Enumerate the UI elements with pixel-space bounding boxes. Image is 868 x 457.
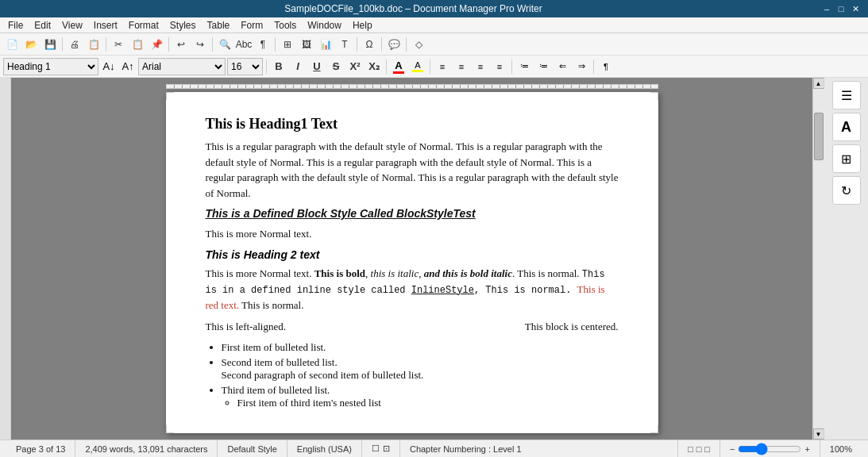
paste-btn[interactable]: 📌 xyxy=(148,36,165,53)
vertical-scrollbar[interactable]: ▲ ▼ xyxy=(812,78,824,440)
menu-file[interactable]: File xyxy=(3,18,28,33)
find-btn[interactable]: 🔍 xyxy=(216,36,233,53)
bold-button[interactable]: B xyxy=(270,58,287,75)
window-controls: – □ ✕ xyxy=(820,3,862,14)
pdf-btn[interactable]: 📋 xyxy=(85,36,102,53)
right-sidebar: ☰ A ⊞ ↻ xyxy=(824,78,868,440)
inline-style-name: InlineStyle xyxy=(411,285,474,296)
indent-increase-button[interactable]: ⇒ xyxy=(573,58,590,75)
undo-btn[interactable]: ↩ xyxy=(172,36,190,53)
pilcrow-btn[interactable]: ¶ xyxy=(254,36,272,53)
menu-edit[interactable]: Edit xyxy=(29,18,56,33)
close-button[interactable]: ✕ xyxy=(849,3,862,14)
menu-table[interactable]: Table xyxy=(203,18,235,33)
textbox-btn[interactable]: T xyxy=(336,36,353,53)
sep4 xyxy=(212,37,213,52)
menu-styles[interactable]: Styles xyxy=(165,18,201,33)
spellcheck-btn[interactable]: Abc xyxy=(235,36,253,53)
ruler xyxy=(166,84,658,89)
superscript-button[interactable]: X² xyxy=(346,58,364,75)
style-selector[interactable]: Heading 1 xyxy=(3,58,98,75)
view-btn-3[interactable]: □ xyxy=(704,444,710,454)
table-btn[interactable]: ⊞ xyxy=(279,36,296,53)
number-list-button[interactable]: ≔ xyxy=(534,58,552,75)
view-btn-2[interactable]: □ xyxy=(696,444,702,454)
status-zoom-slider[interactable]: − + xyxy=(720,440,820,457)
maximize-button[interactable]: □ xyxy=(835,3,847,14)
scroll-up-button[interactable]: ▲ xyxy=(813,78,824,89)
title-bar: SampleDOCFile_100kb.doc – Document Manag… xyxy=(0,0,868,17)
status-style: Default Style xyxy=(218,440,287,457)
sep5 xyxy=(275,37,276,52)
left-sidebar xyxy=(0,78,11,440)
scroll-thumb[interactable] xyxy=(814,113,824,160)
menu-help[interactable]: Help xyxy=(348,18,377,33)
sep-fmt3 xyxy=(430,60,430,74)
menu-tools[interactable]: Tools xyxy=(269,18,301,33)
document-page[interactable]: This is Heading1 Text This is a regular … xyxy=(166,92,658,433)
italic-button[interactable]: I xyxy=(289,58,307,75)
zoom-in-icon[interactable]: + xyxy=(804,444,809,454)
sidebar-icon-styles[interactable]: A xyxy=(832,113,861,141)
menu-insert[interactable]: Insert xyxy=(89,18,122,33)
strikethrough-button[interactable]: S xyxy=(327,58,345,75)
font-decrease-btn[interactable]: A↓ xyxy=(100,58,118,75)
copy-btn[interactable]: 📋 xyxy=(129,36,146,53)
menu-form[interactable]: Form xyxy=(236,18,268,33)
font-color-button[interactable]: A xyxy=(390,58,407,75)
scroll-down-button[interactable]: ▼ xyxy=(813,428,824,440)
align-justify-button[interactable]: ≡ xyxy=(491,58,508,75)
minimize-button[interactable]: – xyxy=(820,3,833,14)
document-area[interactable]: This is Heading1 Text This is a regular … xyxy=(11,78,812,440)
print-btn[interactable]: 🖨 xyxy=(66,36,83,53)
zoom-slider[interactable] xyxy=(738,443,801,455)
open-btn[interactable]: 📂 xyxy=(22,36,40,53)
subscript-button[interactable]: X₂ xyxy=(365,58,383,75)
sidebar-icon-refresh[interactable]: ↻ xyxy=(832,176,861,205)
font-increase-btn[interactable]: A↑ xyxy=(119,58,137,75)
view-btn-1[interactable]: □ xyxy=(688,444,693,454)
omega-btn[interactable]: Ω xyxy=(361,36,378,53)
status-word-count: 2,409 words, 13,091 characters xyxy=(75,440,218,457)
shape-btn[interactable]: ◇ xyxy=(410,36,427,53)
normal-suffix: This is normal. xyxy=(239,299,303,311)
redo-btn[interactable]: ↪ xyxy=(191,36,209,53)
save-btn[interactable]: 💾 xyxy=(41,36,59,53)
bullet-list-button[interactable]: ≔ xyxy=(515,58,533,75)
font-selector[interactable]: Arial xyxy=(138,58,226,75)
main-area: This is Heading1 Text This is a regular … xyxy=(0,78,868,440)
menu-bar: File Edit View Insert Format Styles Tabl… xyxy=(0,17,868,33)
menu-format[interactable]: Format xyxy=(124,18,164,33)
font-size-selector[interactable]: 16 xyxy=(227,58,263,75)
pilcrow-toggle-button[interactable]: ¶ xyxy=(597,58,615,75)
align-left-button[interactable]: ≡ xyxy=(434,58,451,75)
language-text: English (USA) xyxy=(297,444,352,454)
centered-text: This block is centered. xyxy=(525,319,619,335)
align-right-button[interactable]: ≡ xyxy=(472,58,489,75)
mixed-prefix: This is more Normal text. xyxy=(206,267,314,279)
new-btn[interactable]: 📄 xyxy=(3,36,21,53)
cut-btn[interactable]: ✂ xyxy=(110,36,127,53)
align-center-button[interactable]: ≡ xyxy=(453,58,470,75)
sidebar-icon-gallery[interactable]: ⊞ xyxy=(832,144,861,173)
highlight-color-button[interactable]: A xyxy=(409,58,426,75)
normal-para: This is a regular paragraph with the def… xyxy=(206,139,619,201)
chart-btn[interactable]: 📊 xyxy=(317,36,334,53)
sidebar-icon-navigator[interactable]: ☰ xyxy=(832,81,861,109)
zoom-out-icon[interactable]: − xyxy=(730,444,735,454)
comment-btn[interactable]: 💬 xyxy=(385,36,403,53)
block-style-heading: This is a Defined Block Style Called Blo… xyxy=(206,207,619,220)
sep-fmt1 xyxy=(266,60,267,74)
heading1: This is Heading1 Text xyxy=(206,116,619,132)
underline-button[interactable]: U xyxy=(308,58,326,75)
more-normal-1: This is more Normal text. xyxy=(206,226,619,242)
view-icon-2[interactable]: ⊡ xyxy=(383,444,390,454)
style-text: Default Style xyxy=(227,444,276,454)
image-btn[interactable]: 🖼 xyxy=(298,36,315,53)
scroll-track[interactable] xyxy=(813,89,824,428)
menu-window[interactable]: Window xyxy=(303,18,346,33)
view-icon-1[interactable]: ☐ xyxy=(372,444,380,454)
status-bar: Page 3 of 13 2,409 words, 13,091 charact… xyxy=(0,440,868,457)
menu-view[interactable]: View xyxy=(57,18,87,33)
indent-decrease-button[interactable]: ⇐ xyxy=(554,58,571,75)
